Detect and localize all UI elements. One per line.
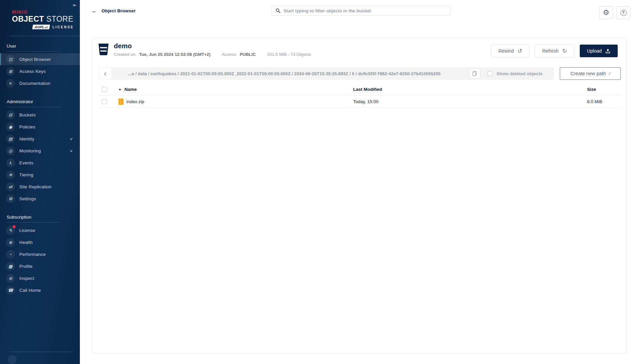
divider (7, 51, 61, 52)
inspect-icon: ⊜ (6, 274, 15, 283)
rewind-button[interactable]: Rewind ↺ (491, 45, 530, 57)
sidebar-item-access-keys[interactable]: ⊞ Access Keys (0, 65, 80, 77)
bucket-meta: Created on: Tue, Jun 25 2024 12:02:08 (G… (114, 52, 311, 57)
copy-path-button[interactable] (469, 68, 480, 79)
copy-icon (473, 71, 477, 76)
sidebar-collapse-icon[interactable]: ⇤ (73, 2, 77, 8)
access-label: Access: (222, 52, 237, 57)
section-label-administrator: Administrator (0, 96, 80, 106)
license-badge-label: LICENSE (53, 25, 74, 29)
site-replication-icon: ⇄ (6, 182, 15, 191)
events-icon: λ (6, 158, 15, 167)
settings-icon: ⚙ (6, 194, 15, 203)
select-all-checkbox[interactable] (102, 87, 107, 92)
column-header-name[interactable]: ▲ Name (114, 87, 353, 92)
sidebar-item-policies[interactable]: ◉ Policies (0, 121, 80, 133)
back-arrow-icon[interactable]: ← (92, 8, 97, 14)
sidebar-item-performance[interactable]: ◔ Performance (0, 248, 80, 260)
column-header-last-modified[interactable]: Last Modified (353, 87, 587, 92)
zip-file-icon (118, 98, 123, 105)
bucket-name: demo (114, 42, 311, 50)
buckets-icon: ⊟ (6, 110, 15, 119)
divider (7, 107, 61, 107)
section-label-subscription: Subscription (0, 212, 80, 221)
row-checkbox[interactable] (102, 99, 107, 104)
monitoring-icon: ◎ (6, 146, 15, 155)
bucket-header: demo Created on: Tue, Jun 25 2024 12:02:… (93, 38, 626, 57)
gear-icon: ⚙ (603, 9, 609, 16)
sidebar-item-inspect[interactable]: ⊜ Inspect (0, 272, 80, 284)
health-icon: ⊕ (6, 238, 15, 247)
table-header-row: ▲ Name Last Modified Size (99, 83, 621, 95)
chevron-down-icon: ∨ (69, 137, 73, 141)
breadcrumb-row: ‹ ...o / data / earthquakes / 2021-01-01… (99, 67, 621, 80)
help-button[interactable]: ? (616, 6, 630, 19)
divider (9, 352, 73, 352)
settings-button[interactable]: ⚙ (599, 6, 613, 19)
column-header-size[interactable]: Size (587, 87, 621, 92)
profile-icon: ▦ (6, 262, 15, 271)
sidebar: ⇤ MINIO OBJECT STORE AGPLv3 LICENSE User… (0, 0, 80, 364)
top-header: ← Object Browser ⚙ ? (80, 0, 637, 23)
refresh-button[interactable]: Refresh ↻ (535, 45, 574, 57)
search-input[interactable] (284, 8, 447, 13)
show-deleted-label: Show deleted objects (497, 71, 542, 76)
show-deleted-toggle[interactable]: Show deleted objects (485, 71, 550, 76)
bucket-browser-card: demo Created on: Tue, Jun 25 2024 12:02:… (93, 38, 627, 354)
app-logo: ⇤ MINIO OBJECT STORE AGPLv3 LICENSE (0, 0, 80, 33)
main-area: ← Object Browser ⚙ ? (80, 0, 637, 364)
sidebar-item-profile[interactable]: ▦ Profile (0, 260, 80, 272)
object-name[interactable]: index.zip (126, 99, 144, 104)
sidebar-item-license[interactable]: ✎ License (0, 224, 80, 236)
breadcrumb-bar: ...o / data / earthquakes / 2021-01-01T0… (112, 67, 554, 80)
upload-button[interactable]: Upload (580, 45, 618, 57)
sidebar-item-call-home[interactable]: ☎ Call Home (0, 284, 80, 296)
sidebar-item-object-browser[interactable]: ⊡ Object Browser (0, 53, 80, 65)
object-browser-icon: ⊡ (6, 55, 15, 64)
license-badge-row: AGPLv3 LICENSE (12, 25, 75, 29)
table-row[interactable]: index.zip Today, 15:00 8.0 MiB (99, 95, 621, 108)
sidebar-section-subscription: Subscription ✎ License ⊕ Health ◔ Perfor… (0, 212, 80, 296)
tiering-icon: ≋ (6, 170, 15, 179)
breadcrumb[interactable]: ...o / data / earthquakes / 2021-01-01T0… (128, 71, 464, 76)
license-icon: ✎ (6, 226, 15, 235)
sidebar-item-health[interactable]: ⊕ Health (0, 236, 80, 248)
bucket-actions: Rewind ↺ Refresh ↻ Upload (491, 45, 618, 57)
sidebar-item-documentation[interactable]: ≡ Documentation (0, 77, 80, 89)
sidebar-item-monitoring[interactable]: ◎ Monitoring ∨ (0, 145, 80, 157)
object-last-modified: Today, 15:00 (353, 99, 587, 104)
breadcrumb-back-button[interactable]: ‹ (99, 67, 112, 80)
show-deleted-checkbox[interactable] (488, 71, 493, 76)
chevron-left-icon: ‹ (104, 69, 106, 78)
bucket-stats: 201.5 MiB - 73 Objects (267, 52, 311, 57)
sidebar-item-settings[interactable]: ⚙ Settings (0, 193, 80, 205)
divider (9, 36, 80, 36)
sidebar-item-tiering[interactable]: ≋ Tiering (0, 169, 80, 181)
upload-icon (605, 49, 610, 54)
created-label: Created on: (114, 52, 136, 57)
hidden-menu-item-icon (8, 355, 17, 364)
object-filter-search[interactable] (272, 6, 450, 16)
section-label-user: User (0, 41, 80, 50)
search-icon (276, 8, 281, 13)
help-icon: ? (620, 10, 627, 16)
object-size: 8.0 MiB (587, 99, 621, 104)
documentation-icon: ≡ (6, 79, 15, 88)
access-value[interactable]: PUBLIC (240, 52, 256, 57)
sidebar-item-buckets[interactable]: ⊟ Buckets (0, 109, 80, 121)
sidebar-item-events[interactable]: λ Events (0, 157, 80, 169)
bucket-icon (98, 43, 109, 57)
page-title-back[interactable]: ← Object Browser (92, 8, 136, 14)
sidebar-item-identity[interactable]: ▤ Identity ∨ (0, 133, 80, 145)
sidebar-section-user: User ⊡ Object Browser ⊞ Access Keys ≡ Do… (0, 41, 80, 89)
create-new-path-button[interactable]: Create new path ∶∕∕ (560, 67, 621, 80)
policies-icon: ◉ (6, 122, 15, 131)
access-keys-icon: ⊞ (6, 67, 15, 76)
sidebar-section-administrator: Administrator ⊟ Buckets ◉ Policies ▤ Ide… (0, 96, 80, 205)
sidebar-item-site-replication[interactable]: ⇄ Site Replication (0, 181, 80, 193)
bucket-title-block: demo Created on: Tue, Jun 25 2024 12:02:… (114, 42, 311, 57)
agpl-badge: AGPLv3 (32, 25, 50, 29)
top-actions: ⚙ ? (599, 6, 630, 19)
path-icon: ∶∕∕ (609, 72, 610, 76)
sort-ascending-icon[interactable]: ▲ (118, 88, 122, 91)
